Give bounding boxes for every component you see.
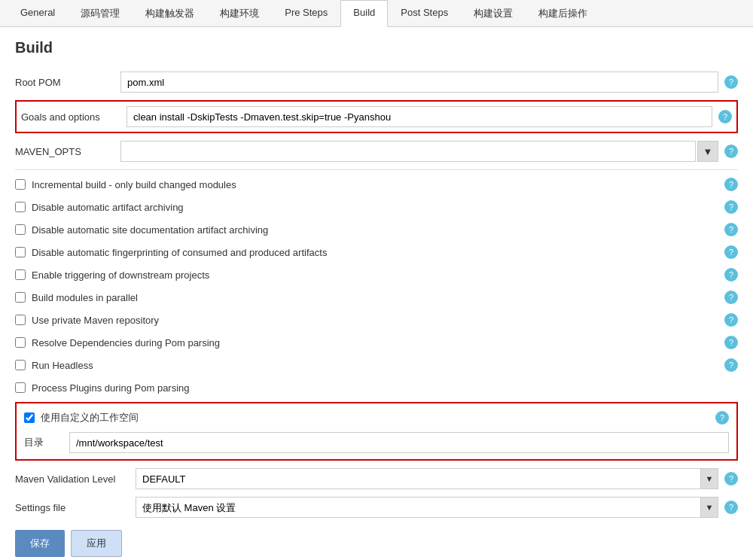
root-pom-row: Root POM ?	[15, 72, 738, 93]
tab-build-settings[interactable]: 构建设置	[461, 0, 526, 27]
run-headless-checkbox[interactable]	[15, 360, 26, 370]
incremental-help-icon[interactable]: ?	[724, 178, 738, 191]
tab-bar: General源码管理构建触发器构建环境Pre StepsBuildPost S…	[0, 0, 753, 27]
goals-label: Goals and options	[21, 111, 127, 123]
settings-file-select-wrap: 使用默认 Maven 设置 ▼	[136, 497, 718, 518]
enable-downstream-help-icon[interactable]: ?	[724, 268, 738, 282]
disable-fingerprint-label: Disable automatic fingerprinting of cons…	[32, 247, 327, 258]
disable-fingerprint-checkbox[interactable]	[15, 247, 26, 257]
custom-workspace-checkbox-row: 使用自定义的工作空间 ?	[24, 409, 729, 426]
resolve-deps-checkbox[interactable]	[15, 337, 26, 348]
page-title: Build	[15, 39, 738, 56]
goals-highlight-box: Goals and options ?	[15, 100, 738, 133]
root-pom-help-icon[interactable]: ?	[724, 75, 738, 89]
maven-opts-label: MAVEN_OPTS	[15, 146, 120, 157]
build-parallel-checkbox[interactable]	[15, 292, 26, 303]
resolve-deps-label: Resolve Dependencies during Pom parsing	[32, 337, 220, 348]
private-maven-label: Use private Maven repository	[32, 315, 159, 326]
save-button[interactable]: 保存	[15, 530, 65, 557]
checkbox-run-headless: Run Headless ?	[15, 357, 738, 373]
custom-workspace-help-icon[interactable]: ?	[715, 411, 729, 425]
root-pom-input[interactable]	[120, 72, 718, 93]
disable-site-help-icon[interactable]: ?	[724, 223, 738, 236]
checkbox-incremental: Incremental build - only build changed m…	[15, 176, 738, 193]
tab-build-env[interactable]: 构建环境	[207, 0, 272, 27]
checkbox-enable-downstream: Enable triggering of downstream projects…	[15, 266, 738, 283]
custom-workspace-dir-row: 目录	[24, 432, 729, 453]
btn-row: 保存 应用	[15, 530, 738, 557]
maven-validation-select[interactable]: DEFAULT	[136, 468, 718, 489]
maven-validation-help-icon[interactable]: ?	[724, 472, 738, 485]
maven-validation-label: Maven Validation Level	[15, 473, 136, 485]
private-maven-help-icon[interactable]: ?	[724, 313, 738, 327]
tab-pre-steps[interactable]: Pre Steps	[272, 0, 340, 27]
checkbox-disable-fingerprint: Disable automatic fingerprinting of cons…	[15, 244, 738, 260]
custom-workspace-dir-label: 目录	[24, 436, 69, 449]
custom-workspace-section: 使用自定义的工作空间 ? 目录	[15, 402, 738, 461]
build-parallel-help-icon[interactable]: ?	[724, 291, 738, 304]
checkboxes-section: Incremental build - only build changed m…	[15, 176, 738, 396]
apply-button[interactable]: 应用	[71, 530, 122, 557]
maven-opts-help-icon[interactable]: ?	[724, 145, 738, 158]
private-maven-checkbox[interactable]	[15, 315, 26, 325]
disable-artifact-label: Disable automatic artifact archiving	[32, 202, 184, 213]
goals-input[interactable]	[127, 106, 712, 127]
tab-post-steps[interactable]: Post Steps	[388, 0, 461, 27]
checkbox-build-parallel: Build modules in parallel ?	[15, 289, 738, 306]
checkbox-resolve-deps: Resolve Dependencies during Pom parsing …	[15, 334, 738, 351]
disable-artifact-help-icon[interactable]: ?	[724, 200, 738, 214]
maven-opts-input[interactable]	[120, 141, 696, 162]
checkbox-disable-site: Disable automatic site documentation art…	[15, 221, 738, 238]
process-plugins-label: Process Plugins during Pom parsing	[32, 382, 190, 394]
disable-artifact-checkbox[interactable]	[15, 202, 26, 212]
incremental-checkbox[interactable]	[15, 179, 26, 190]
tab-source-mgmt[interactable]: 源码管理	[68, 0, 133, 27]
tab-general[interactable]: General	[8, 0, 68, 27]
process-plugins-checkbox[interactable]	[15, 382, 26, 393]
tab-build[interactable]: Build	[340, 0, 388, 27]
maven-opts-row: MAVEN_OPTS ▼ ?	[15, 141, 738, 162]
settings-file-select[interactable]: 使用默认 Maven 设置	[136, 497, 718, 518]
settings-file-help-icon[interactable]: ?	[724, 501, 738, 514]
maven-validation-row: Maven Validation Level DEFAULT ▼ ?	[15, 468, 738, 489]
maven-opts-dropdown-btn[interactable]: ▼	[697, 141, 718, 162]
disable-site-label: Disable automatic site documentation art…	[32, 224, 268, 236]
checkbox-process-plugins: Process Plugins during Pom parsing ?	[15, 379, 738, 396]
custom-workspace-checkbox[interactable]	[24, 412, 35, 423]
root-pom-label: Root POM	[15, 77, 120, 88]
enable-downstream-checkbox[interactable]	[15, 269, 26, 280]
checkbox-private-maven: Use private Maven repository ?	[15, 312, 738, 328]
run-headless-label: Run Headless	[32, 360, 93, 371]
settings-file-row: Settings file 使用默认 Maven 设置 ▼ ?	[15, 497, 738, 518]
tab-post-build[interactable]: 构建后操作	[526, 0, 600, 27]
incremental-label: Incremental build - only build changed m…	[32, 179, 236, 190]
main-content: Build Root POM ? Goals and options ? MAV…	[0, 27, 753, 560]
settings-file-label: Settings file	[15, 502, 136, 513]
goals-help-icon[interactable]: ?	[718, 110, 732, 123]
run-headless-help-icon[interactable]: ?	[724, 358, 738, 372]
disable-site-checkbox[interactable]	[15, 224, 26, 235]
custom-workspace-dir-input[interactable]	[69, 432, 729, 453]
build-parallel-label: Build modules in parallel	[32, 292, 138, 303]
goals-row: Goals and options ?	[21, 106, 732, 127]
divider-1	[15, 169, 738, 170]
tab-build-trigger[interactable]: 构建触发器	[133, 0, 207, 27]
custom-workspace-label: 使用自定义的工作空间	[41, 411, 139, 425]
enable-downstream-label: Enable triggering of downstream projects	[32, 269, 209, 281]
disable-fingerprint-help-icon[interactable]: ?	[724, 245, 738, 259]
checkbox-disable-artifact: Disable automatic artifact archiving ?	[15, 199, 738, 215]
resolve-deps-help-icon[interactable]: ?	[724, 336, 738, 349]
maven-validation-select-wrap: DEFAULT ▼	[136, 468, 718, 489]
